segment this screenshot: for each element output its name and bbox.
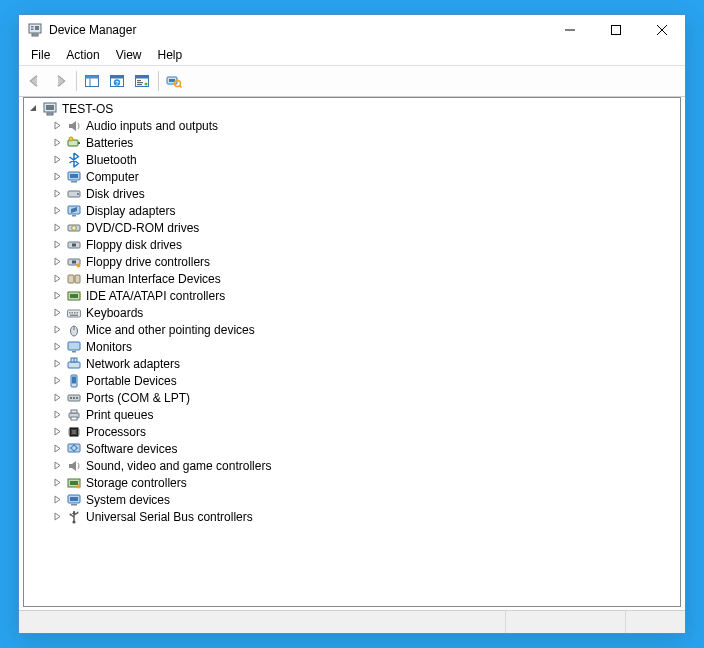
svg-rect-15 (137, 80, 141, 81)
svg-rect-61 (72, 351, 76, 353)
menu-help[interactable]: Help (150, 47, 191, 63)
twisty-collapsed-icon[interactable] (50, 223, 64, 232)
status-cell (19, 611, 505, 633)
tree-node[interactable]: Floppy drive controllers (24, 253, 680, 270)
help-button[interactable]: ? (105, 69, 129, 93)
minimize-button[interactable] (547, 15, 593, 45)
properties-button[interactable] (130, 69, 154, 93)
tree-root-node[interactable]: TEST-OS (24, 100, 680, 117)
window-title: Device Manager (49, 23, 547, 37)
tree-node[interactable]: Universal Serial Bus controllers (24, 508, 680, 525)
bluetooth-icon (66, 152, 82, 168)
tree-node-label: Computer (86, 170, 139, 184)
tree-node-label: Floppy disk drives (86, 238, 182, 252)
scan-hardware-button[interactable] (162, 69, 186, 93)
svg-rect-66 (72, 376, 76, 383)
tree-node[interactable]: Bluetooth (24, 151, 680, 168)
tree-node[interactable]: Network adapters (24, 355, 680, 372)
svg-point-18 (145, 83, 148, 86)
twisty-collapsed-icon[interactable] (50, 138, 64, 147)
svg-rect-44 (68, 275, 74, 283)
tree-node-label: Print queues (86, 408, 153, 422)
tree-node[interactable]: Ports (COM & LPT) (24, 389, 680, 406)
menu-file[interactable]: File (23, 47, 58, 63)
tree-node[interactable]: Portable Devices (24, 372, 680, 389)
twisty-collapsed-icon[interactable] (50, 121, 64, 130)
tree-node[interactable]: Keyboards (24, 304, 680, 321)
tree-root-label: TEST-OS (62, 102, 113, 116)
mouse-icon (66, 322, 82, 338)
tree-node[interactable]: Floppy disk drives (24, 236, 680, 253)
floppy-icon (66, 237, 82, 253)
tree-node[interactable]: System devices (24, 491, 680, 508)
app-icon (27, 22, 43, 38)
twisty-collapsed-icon[interactable] (50, 206, 64, 215)
tree-node-label: Monitors (86, 340, 132, 354)
back-button[interactable] (23, 69, 47, 93)
tree-node[interactable]: Sound, video and game controllers (24, 457, 680, 474)
portable-icon (66, 373, 82, 389)
audio-icon (66, 118, 82, 134)
tree-node[interactable]: Display adapters (24, 202, 680, 219)
tree-node-label: Floppy drive controllers (86, 255, 210, 269)
floppy-ctl-icon (66, 254, 82, 270)
tree-node[interactable]: Processors (24, 423, 680, 440)
twisty-collapsed-icon[interactable] (50, 461, 64, 470)
twisty-collapsed-icon[interactable] (50, 359, 64, 368)
twisty-collapsed-icon[interactable] (50, 376, 64, 385)
twisty-collapsed-icon[interactable] (50, 444, 64, 453)
tree-node[interactable]: Print queues (24, 406, 680, 423)
tree-node-label: Network adapters (86, 357, 180, 371)
svg-rect-75 (72, 430, 76, 434)
software-icon (66, 441, 82, 457)
twisty-collapsed-icon[interactable] (50, 308, 64, 317)
twisty-collapsed-icon[interactable] (50, 342, 64, 351)
computer-root-icon (42, 101, 58, 117)
svg-point-69 (73, 397, 75, 399)
tree-node[interactable]: DVD/CD-ROM drives (24, 219, 680, 236)
twisty-collapsed-icon[interactable] (50, 155, 64, 164)
tree-node[interactable]: Software devices (24, 440, 680, 457)
twisty-collapsed-icon[interactable] (50, 495, 64, 504)
twisty-collapsed-icon[interactable] (50, 172, 64, 181)
tree-node[interactable]: Monitors (24, 338, 680, 355)
status-bar (19, 610, 685, 633)
twisty-collapsed-icon[interactable] (50, 427, 64, 436)
tree-node[interactable]: IDE ATA/ATAPI controllers (24, 287, 680, 304)
twisty-collapsed-icon[interactable] (50, 478, 64, 487)
twisty-collapsed-icon[interactable] (50, 274, 64, 283)
twisty-collapsed-icon[interactable] (50, 189, 64, 198)
svg-point-70 (76, 397, 78, 399)
tree-node[interactable]: Storage controllers (24, 474, 680, 491)
twisty-collapsed-icon[interactable] (50, 291, 64, 300)
tree-node[interactable]: Computer (24, 168, 680, 185)
close-button[interactable] (639, 15, 685, 45)
twisty-collapsed-icon[interactable] (50, 325, 64, 334)
svg-point-68 (70, 397, 72, 399)
menu-action[interactable]: Action (58, 47, 107, 63)
svg-rect-89 (71, 504, 77, 506)
twisty-expanded-icon[interactable] (26, 104, 40, 113)
twisty-collapsed-icon[interactable] (50, 410, 64, 419)
twisty-collapsed-icon[interactable] (50, 240, 64, 249)
show-hide-tree-button[interactable] (80, 69, 104, 93)
forward-button[interactable] (48, 69, 72, 93)
svg-line-22 (180, 86, 182, 88)
monitor-icon (66, 339, 82, 355)
twisty-collapsed-icon[interactable] (50, 393, 64, 402)
tree-node[interactable]: Audio inputs and outputs (24, 117, 680, 134)
maximize-button[interactable] (593, 15, 639, 45)
svg-rect-40 (72, 243, 76, 246)
twisty-collapsed-icon[interactable] (50, 512, 64, 521)
status-cell (625, 611, 685, 633)
tree-node[interactable]: Human Interface Devices (24, 270, 680, 287)
svg-rect-72 (71, 410, 77, 413)
tree-node[interactable]: Batteries (24, 134, 680, 151)
twisty-collapsed-icon[interactable] (50, 257, 64, 266)
device-tree[interactable]: TEST-OS Audio inputs and outputsBatterie… (23, 97, 681, 607)
tree-node[interactable]: Disk drives (24, 185, 680, 202)
usb-icon (66, 509, 82, 525)
menu-view[interactable]: View (108, 47, 150, 63)
svg-rect-48 (67, 294, 68, 295)
tree-node[interactable]: Mice and other pointing devices (24, 321, 680, 338)
